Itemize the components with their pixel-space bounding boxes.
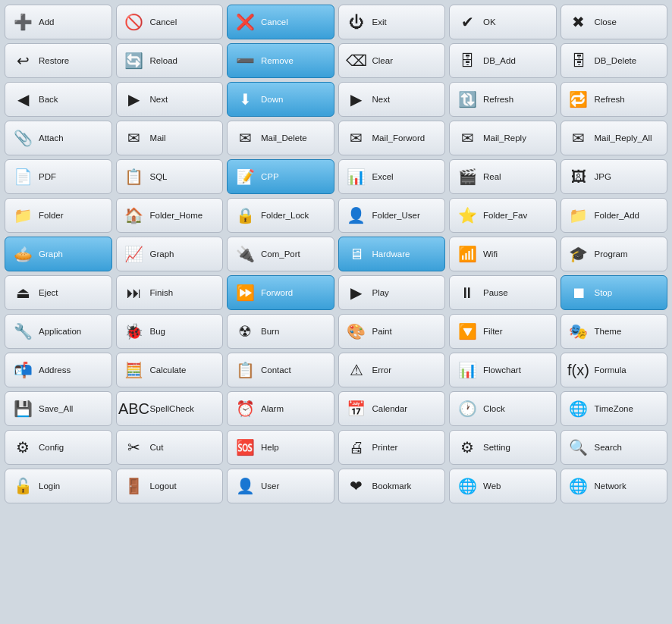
btn-bug[interactable]: 🐞Bug	[116, 314, 224, 349]
btn-db_delete[interactable]: 🗄DB_Delete	[561, 43, 668, 78]
btn-calendar[interactable]: 📅Calendar	[338, 391, 446, 426]
label-folder: Folder	[39, 211, 64, 220]
btn-folder_user[interactable]: 👤Folder_User	[338, 198, 446, 233]
btn-theme[interactable]: 🎭Theme	[561, 314, 668, 349]
btn-cancel2[interactable]: ❌Cancel	[227, 5, 334, 39]
btn-folder[interactable]: 📁Folder	[5, 198, 112, 233]
btn-save_all[interactable]: 💾Save_All	[5, 391, 112, 426]
label-calendar: Calendar	[372, 404, 408, 413]
btn-finish[interactable]: ⏭Finish	[116, 275, 224, 310]
btn-filter[interactable]: 🔽Filter	[449, 314, 557, 349]
label-alarm: Alarm	[261, 404, 284, 413]
label-down: Down	[261, 95, 283, 104]
btn-db_add[interactable]: 🗄DB_Add	[449, 43, 557, 78]
btn-folder_home[interactable]: 🏠Folder_Home	[116, 198, 224, 233]
btn-mail_delete[interactable]: ✉Mail_Delete	[227, 121, 334, 155]
icon-setting: ⚙	[456, 436, 479, 459]
icon-cpp: 📝	[234, 165, 256, 188]
btn-mail[interactable]: ✉Mail	[116, 121, 224, 155]
btn-web[interactable]: 🌐Web	[449, 469, 557, 503]
btn-stop[interactable]: ⏹Stop	[561, 275, 668, 310]
btn-refresh2[interactable]: 🔁Refresh	[561, 82, 668, 117]
label-save_all: Save_All	[39, 404, 73, 413]
btn-graph1[interactable]: 🥧Graph	[5, 237, 112, 271]
btn-forword[interactable]: ⏩Forword	[227, 275, 334, 310]
btn-clear[interactable]: ⌫Clear	[338, 43, 446, 78]
btn-contact[interactable]: 📋Contact	[227, 353, 334, 387]
icon-sql: 📋	[123, 165, 146, 188]
btn-excel[interactable]: 📊Excel	[338, 159, 446, 194]
icon-flowchart: 📊	[456, 359, 479, 381]
btn-close[interactable]: ✖Close	[561, 5, 668, 39]
btn-printer[interactable]: 🖨Printer	[338, 430, 446, 465]
btn-next2[interactable]: ▶Next	[338, 82, 446, 117]
icon-add: ➕	[11, 11, 34, 33]
btn-flowchart[interactable]: 📊Flowchart	[449, 353, 557, 387]
btn-program[interactable]: 🎓Program	[561, 237, 668, 271]
btn-pause[interactable]: ⏸Pause	[449, 275, 557, 310]
icon-db_delete: 🗄	[567, 49, 590, 72]
btn-exit[interactable]: ⏻Exit	[338, 5, 446, 39]
btn-paint[interactable]: 🎨Paint	[338, 314, 446, 349]
label-mail: Mail	[150, 133, 166, 143]
icon-attach: 📎	[11, 127, 34, 149]
btn-next1[interactable]: ▶Next	[116, 82, 224, 117]
icon-stop: ⏹	[567, 281, 590, 304]
btn-restore[interactable]: ↩Restore	[5, 43, 112, 78]
btn-play[interactable]: ▶Play	[338, 275, 446, 310]
btn-bookmark[interactable]: ❤Bookmark	[338, 469, 446, 503]
icon-db_add: 🗄	[456, 49, 479, 72]
label-clear: Clear	[372, 56, 393, 65]
btn-network[interactable]: 🌐Network	[561, 469, 668, 503]
btn-folder_lock[interactable]: 🔒Folder_Lock	[227, 198, 334, 233]
icon-folder: 📁	[11, 204, 34, 227]
btn-help[interactable]: 🆘Help	[227, 430, 334, 465]
btn-com_port[interactable]: 🔌Com_Port	[227, 237, 334, 271]
btn-clock[interactable]: 🕐Clock	[449, 391, 557, 426]
btn-application[interactable]: 🔧Application	[5, 314, 112, 349]
btn-folder_fav[interactable]: ⭐Folder_Fav	[449, 198, 557, 233]
btn-jpg[interactable]: 🖼JPG	[561, 159, 668, 194]
btn-error[interactable]: ⚠Error	[338, 353, 446, 387]
btn-calculate[interactable]: 🧮Calculate	[116, 353, 224, 387]
btn-spellcheck[interactable]: ABCSpellCheck	[116, 391, 224, 426]
btn-hardware[interactable]: 🖥Hardware	[338, 237, 446, 271]
btn-ok[interactable]: ✔OK	[449, 5, 557, 39]
btn-eject[interactable]: ⏏Eject	[5, 275, 112, 310]
btn-down[interactable]: ⬇Down	[227, 82, 334, 117]
btn-burn[interactable]: ☢Burn	[227, 314, 334, 349]
btn-formula[interactable]: f(x)Formula	[561, 353, 668, 387]
btn-mail_forward[interactable]: ✉Mail_Forword	[338, 121, 446, 155]
btn-cpp[interactable]: 📝CPP	[227, 159, 334, 194]
btn-sql[interactable]: 📋SQL	[116, 159, 224, 194]
btn-back[interactable]: ◀Back	[5, 82, 112, 117]
btn-alarm[interactable]: ⏰Alarm	[227, 391, 334, 426]
btn-mail_reply[interactable]: ✉Mail_Reply	[449, 121, 557, 155]
btn-cut[interactable]: ✂Cut	[116, 430, 224, 465]
btn-graph2[interactable]: 📈Graph	[116, 237, 224, 271]
btn-setting[interactable]: ⚙Setting	[449, 430, 557, 465]
btn-config[interactable]: ⚙Config	[5, 430, 112, 465]
btn-refresh1[interactable]: 🔃Refresh	[449, 82, 557, 117]
btn-mail_reply_all[interactable]: ✉Mail_Reply_All	[561, 121, 668, 155]
btn-search[interactable]: 🔍Search	[561, 430, 668, 465]
btn-logout[interactable]: 🚪Logout	[116, 469, 224, 503]
label-application: Application	[39, 327, 81, 336]
btn-reload[interactable]: 🔄Reload	[116, 43, 224, 78]
btn-wifi[interactable]: 📶Wifi	[449, 237, 557, 271]
btn-folder_add[interactable]: 📁Folder_Add	[561, 198, 668, 233]
icon-network: 🌐	[567, 475, 590, 497]
btn-add[interactable]: ➕Add	[5, 5, 112, 39]
btn-real[interactable]: 🎬Real	[449, 159, 557, 194]
label-refresh2: Refresh	[595, 95, 625, 104]
btn-attach[interactable]: 📎Attach	[5, 121, 112, 155]
btn-pdf[interactable]: 📄PDF	[5, 159, 112, 194]
btn-address[interactable]: 📬Address	[5, 353, 112, 387]
btn-user[interactable]: 👤User	[227, 469, 334, 503]
btn-cancel1[interactable]: 🚫Cancel	[116, 5, 224, 39]
icon-cut: ✂	[123, 436, 146, 459]
icon-clear: ⌫	[345, 49, 368, 72]
btn-remove[interactable]: ➖Remove	[227, 43, 334, 78]
btn-login[interactable]: 🔓Login	[5, 469, 112, 503]
btn-timezone[interactable]: 🌐TimeZone	[561, 391, 668, 426]
